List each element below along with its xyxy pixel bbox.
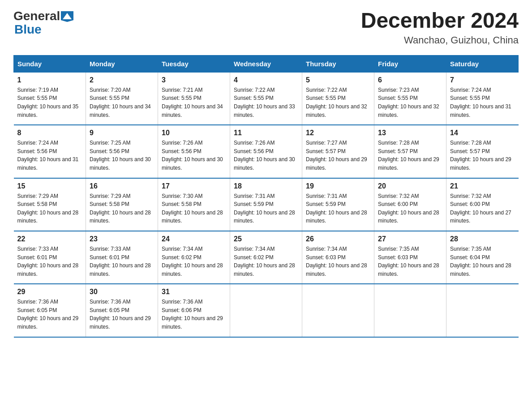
day-cell-16: 16Sunrise: 7:29 AMSunset: 5:58 PMDayligh…	[86, 178, 158, 231]
day-cell-7: 7Sunrise: 7:24 AMSunset: 5:55 PMDaylight…	[446, 72, 519, 125]
day-info: Sunrise: 7:25 AMSunset: 5:56 PMDaylight:…	[90, 139, 154, 172]
day-cell-12: 12Sunrise: 7:27 AMSunset: 5:57 PMDayligh…	[302, 125, 374, 178]
day-info: Sunrise: 7:32 AMSunset: 6:00 PMDaylight:…	[378, 192, 442, 225]
day-cell-17: 17Sunrise: 7:30 AMSunset: 5:58 PMDayligh…	[158, 178, 230, 231]
day-info: Sunrise: 7:35 AMSunset: 6:03 PMDaylight:…	[378, 245, 442, 278]
day-number: 23	[90, 235, 154, 243]
day-cell-empty	[374, 284, 446, 337]
header-cell-wednesday: Wednesday	[230, 55, 302, 72]
day-number: 29	[17, 288, 82, 296]
day-cell-3: 3Sunrise: 7:21 AMSunset: 5:55 PMDaylight…	[158, 72, 230, 125]
day-cell-26: 26Sunrise: 7:34 AMSunset: 6:03 PMDayligh…	[302, 231, 374, 284]
logo: General Blue	[13, 9, 73, 37]
day-number: 7	[450, 76, 515, 84]
calendar-table: SundayMondayTuesdayWednesdayThursdayFrid…	[13, 55, 519, 338]
day-cell-31: 31Sunrise: 7:36 AMSunset: 6:06 PMDayligh…	[158, 284, 230, 337]
day-info: Sunrise: 7:28 AMSunset: 5:57 PMDaylight:…	[378, 139, 442, 172]
day-number: 22	[17, 235, 82, 243]
day-number: 20	[378, 182, 442, 190]
day-info: Sunrise: 7:35 AMSunset: 6:04 PMDaylight:…	[450, 245, 515, 278]
day-number: 24	[162, 235, 226, 243]
day-info: Sunrise: 7:26 AMSunset: 5:56 PMDaylight:…	[234, 139, 298, 172]
day-info: Sunrise: 7:36 AMSunset: 6:06 PMDaylight:…	[162, 298, 226, 331]
day-cell-27: 27Sunrise: 7:35 AMSunset: 6:03 PMDayligh…	[374, 231, 446, 284]
day-number: 25	[234, 235, 298, 243]
day-cell-14: 14Sunrise: 7:28 AMSunset: 5:57 PMDayligh…	[446, 125, 519, 178]
day-info: Sunrise: 7:27 AMSunset: 5:57 PMDaylight:…	[306, 139, 370, 172]
day-cell-19: 19Sunrise: 7:31 AMSunset: 5:59 PMDayligh…	[302, 178, 374, 231]
day-info: Sunrise: 7:32 AMSunset: 6:00 PMDaylight:…	[450, 192, 515, 225]
week-row-2: 8Sunrise: 7:24 AMSunset: 5:56 PMDaylight…	[14, 125, 519, 178]
day-number: 1	[17, 76, 82, 84]
header-cell-tuesday: Tuesday	[158, 55, 230, 72]
day-number: 30	[90, 288, 154, 296]
day-number: 3	[162, 76, 226, 84]
day-cell-empty	[446, 284, 519, 337]
day-number: 19	[306, 182, 370, 190]
week-row-5: 29Sunrise: 7:36 AMSunset: 6:05 PMDayligh…	[14, 284, 519, 337]
header-cell-friday: Friday	[374, 55, 446, 72]
day-number: 14	[450, 129, 515, 137]
day-info: Sunrise: 7:23 AMSunset: 5:55 PMDaylight:…	[378, 86, 442, 119]
day-info: Sunrise: 7:31 AMSunset: 5:59 PMDaylight:…	[306, 192, 370, 225]
day-number: 12	[306, 129, 370, 137]
day-cell-empty	[230, 284, 302, 337]
calendar-body: 1Sunrise: 7:19 AMSunset: 5:55 PMDaylight…	[14, 72, 519, 337]
page-header: General Blue December 2024 Wanchao, Guiz…	[13, 9, 519, 46]
day-info: Sunrise: 7:24 AMSunset: 5:56 PMDaylight:…	[17, 139, 82, 172]
day-cell-11: 11Sunrise: 7:26 AMSunset: 5:56 PMDayligh…	[230, 125, 302, 178]
day-number: 2	[90, 76, 154, 84]
week-row-3: 15Sunrise: 7:29 AMSunset: 5:58 PMDayligh…	[14, 178, 519, 231]
week-row-4: 22Sunrise: 7:33 AMSunset: 6:01 PMDayligh…	[14, 231, 519, 284]
day-cell-15: 15Sunrise: 7:29 AMSunset: 5:58 PMDayligh…	[14, 178, 86, 231]
header-cell-sunday: Sunday	[14, 55, 86, 72]
day-number: 28	[450, 235, 515, 243]
location-title: Wanchao, Guizhou, China	[361, 34, 519, 46]
day-info: Sunrise: 7:29 AMSunset: 5:58 PMDaylight:…	[17, 192, 82, 225]
day-number: 27	[378, 235, 442, 243]
week-row-1: 1Sunrise: 7:19 AMSunset: 5:55 PMDaylight…	[14, 72, 519, 125]
day-cell-29: 29Sunrise: 7:36 AMSunset: 6:05 PMDayligh…	[14, 284, 86, 337]
header-cell-thursday: Thursday	[302, 55, 374, 72]
day-number: 8	[17, 129, 82, 137]
day-cell-22: 22Sunrise: 7:33 AMSunset: 6:01 PMDayligh…	[14, 231, 86, 284]
day-cell-10: 10Sunrise: 7:26 AMSunset: 5:56 PMDayligh…	[158, 125, 230, 178]
day-info: Sunrise: 7:22 AMSunset: 5:55 PMDaylight:…	[306, 86, 370, 119]
day-info: Sunrise: 7:36 AMSunset: 6:05 PMDaylight:…	[17, 298, 82, 331]
day-info: Sunrise: 7:20 AMSunset: 5:55 PMDaylight:…	[90, 86, 154, 119]
day-cell-13: 13Sunrise: 7:28 AMSunset: 5:57 PMDayligh…	[374, 125, 446, 178]
day-number: 9	[90, 129, 154, 137]
day-cell-5: 5Sunrise: 7:22 AMSunset: 5:55 PMDaylight…	[302, 72, 374, 125]
day-number: 11	[234, 129, 298, 137]
day-cell-2: 2Sunrise: 7:20 AMSunset: 5:55 PMDaylight…	[86, 72, 158, 125]
day-number: 21	[450, 182, 515, 190]
day-cell-4: 4Sunrise: 7:22 AMSunset: 5:55 PMDaylight…	[230, 72, 302, 125]
title-block: December 2024 Wanchao, Guizhou, China	[361, 9, 519, 46]
day-info: Sunrise: 7:30 AMSunset: 5:58 PMDaylight:…	[162, 192, 226, 225]
month-year-title: December 2024	[361, 9, 519, 33]
day-cell-8: 8Sunrise: 7:24 AMSunset: 5:56 PMDaylight…	[14, 125, 86, 178]
logo-blue-text: Blue	[14, 22, 42, 37]
day-cell-20: 20Sunrise: 7:32 AMSunset: 6:00 PMDayligh…	[374, 178, 446, 231]
calendar-header: SundayMondayTuesdayWednesdayThursdayFrid…	[14, 55, 519, 72]
day-number: 10	[162, 129, 226, 137]
logo-arrow-icon	[61, 11, 73, 22]
day-cell-24: 24Sunrise: 7:34 AMSunset: 6:02 PMDayligh…	[158, 231, 230, 284]
header-cell-saturday: Saturday	[446, 55, 519, 72]
day-number: 17	[162, 182, 226, 190]
day-number: 4	[234, 76, 298, 84]
day-number: 15	[17, 182, 82, 190]
day-cell-9: 9Sunrise: 7:25 AMSunset: 5:56 PMDaylight…	[86, 125, 158, 178]
day-info: Sunrise: 7:31 AMSunset: 5:59 PMDaylight:…	[234, 192, 298, 225]
day-info: Sunrise: 7:22 AMSunset: 5:55 PMDaylight:…	[234, 86, 298, 119]
day-info: Sunrise: 7:33 AMSunset: 6:01 PMDaylight:…	[17, 245, 82, 278]
day-number: 31	[162, 288, 226, 296]
day-cell-1: 1Sunrise: 7:19 AMSunset: 5:55 PMDaylight…	[14, 72, 86, 125]
day-info: Sunrise: 7:29 AMSunset: 5:58 PMDaylight:…	[90, 192, 154, 225]
day-number: 16	[90, 182, 154, 190]
day-number: 18	[234, 182, 298, 190]
day-cell-6: 6Sunrise: 7:23 AMSunset: 5:55 PMDaylight…	[374, 72, 446, 125]
day-cell-21: 21Sunrise: 7:32 AMSunset: 6:00 PMDayligh…	[446, 178, 519, 231]
day-cell-23: 23Sunrise: 7:33 AMSunset: 6:01 PMDayligh…	[86, 231, 158, 284]
day-number: 26	[306, 235, 370, 243]
